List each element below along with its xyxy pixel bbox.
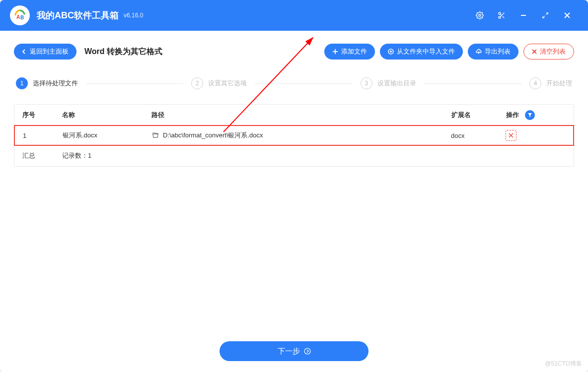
cell-action <box>506 130 565 141</box>
header-ext: 扩展名 <box>451 111 506 120</box>
minimize-button[interactable] <box>513 6 534 24</box>
table-summary-row: 汇总 记录数：1 <box>14 145 574 166</box>
back-button[interactable]: 返回到主面板 <box>14 44 76 60</box>
cell-name: 银河系.docx <box>63 131 152 140</box>
scissors-button[interactable] <box>491 6 513 24</box>
watermark: @51CTO博客 <box>545 360 582 368</box>
page-title: Word 转换为其它格式 <box>84 47 162 57</box>
file-table: 序号 名称 路径 扩展名 操作 1 银河系.docx D:\abc\format… <box>14 104 574 167</box>
next-button-label: 下一步 <box>278 347 300 356</box>
export-list-button[interactable]: 导出列表 <box>468 44 518 60</box>
plus-icon <box>332 49 338 55</box>
table-header-row: 序号 名称 路径 扩展名 操作 <box>14 105 574 125</box>
import-folder-button[interactable]: 从文件夹中导入文件 <box>380 44 463 60</box>
step-4-label: 开始处理 <box>546 79 572 88</box>
export-list-label: 导出列表 <box>485 47 511 56</box>
filter-button[interactable] <box>525 110 535 120</box>
svg-text:B: B <box>20 15 24 20</box>
x-icon <box>509 133 514 138</box>
header-seq: 序号 <box>22 111 62 120</box>
svg-line-9 <box>546 13 548 15</box>
chevron-left-icon <box>22 49 27 54</box>
step-1-label: 选择待处理文件 <box>33 79 78 88</box>
cell-ext: docx <box>451 132 506 139</box>
svg-line-10 <box>543 16 545 18</box>
step-2-label: 设置其它选项 <box>208 79 247 88</box>
upload-icon <box>476 49 482 55</box>
summary-label: 汇总 <box>22 151 62 160</box>
step-divider <box>424 83 521 84</box>
app-version: v6.16.0 <box>124 12 143 19</box>
cell-path: D:\abc\format_convert\银河系.docx <box>152 131 451 140</box>
footer-actions: 下一步 <box>220 341 368 361</box>
content-area: 返回到主面板 Word 转换为其它格式 添加文件 从文件夹中导入文件 导出列表 … <box>0 31 588 372</box>
svg-marker-21 <box>528 113 532 117</box>
svg-point-2 <box>479 14 481 16</box>
header-name: 名称 <box>62 111 151 120</box>
step-2-num: 2 <box>191 77 203 89</box>
step-divider <box>86 83 183 84</box>
cell-seq: 1 <box>23 132 63 139</box>
app-title: 我的ABC软件工具箱 <box>37 9 119 21</box>
step-4-num: 4 <box>529 77 541 89</box>
step-2[interactable]: 2 设置其它选项 <box>191 77 247 89</box>
chevron-right-circle-icon <box>304 348 311 355</box>
header-action: 操作 <box>506 110 566 120</box>
table-row[interactable]: 1 银河系.docx D:\abc\format_convert\银河系.doc… <box>14 125 574 146</box>
clear-list-label: 清空列表 <box>540 47 566 56</box>
step-4[interactable]: 4 开始处理 <box>529 77 572 89</box>
titlebar: A B 我的ABC软件工具箱 v6.16.0 <box>0 0 588 31</box>
filter-icon <box>527 113 532 118</box>
next-button[interactable]: 下一步 <box>220 341 368 361</box>
circle-plus-icon <box>388 49 394 55</box>
maximize-button[interactable] <box>534 6 556 24</box>
header-row: 返回到主面板 Word 转换为其它格式 添加文件 从文件夹中导入文件 导出列表 … <box>14 44 574 60</box>
add-file-button[interactable]: 添加文件 <box>324 44 375 60</box>
step-3-num: 3 <box>361 77 372 89</box>
svg-point-26 <box>304 348 310 354</box>
svg-text:A: A <box>16 14 20 20</box>
settings-button[interactable] <box>469 6 491 24</box>
cell-path-text: D:\abc\format_convert\银河系.docx <box>163 131 263 140</box>
step-divider <box>255 83 352 84</box>
back-button-label: 返回到主面板 <box>30 47 69 56</box>
import-folder-label: 从文件夹中导入文件 <box>397 47 455 56</box>
clear-list-button[interactable]: 清空列表 <box>523 44 574 60</box>
step-3[interactable]: 3 设置输出目录 <box>361 77 416 89</box>
svg-line-6 <box>503 16 505 18</box>
close-icon <box>532 49 537 54</box>
svg-line-7 <box>500 14 502 15</box>
step-3-label: 设置输出目录 <box>377 79 416 88</box>
delete-row-button[interactable] <box>506 130 516 141</box>
step-1-num: 1 <box>16 77 28 89</box>
summary-count: 记录数：1 <box>62 151 151 160</box>
close-button[interactable] <box>556 6 578 24</box>
header-action-label: 操作 <box>506 111 519 120</box>
header-path: 路径 <box>151 111 451 120</box>
steps-bar: 1 选择待处理文件 2 设置其它选项 3 设置输出目录 4 开始处理 <box>14 77 574 89</box>
main-window: A B 我的ABC软件工具箱 v6.16.0 返回到主面板 Wo <box>0 0 588 372</box>
folder-icon <box>152 132 159 139</box>
app-logo: A B <box>10 5 30 25</box>
step-1[interactable]: 1 选择待处理文件 <box>16 77 78 89</box>
add-file-label: 添加文件 <box>341 47 367 56</box>
